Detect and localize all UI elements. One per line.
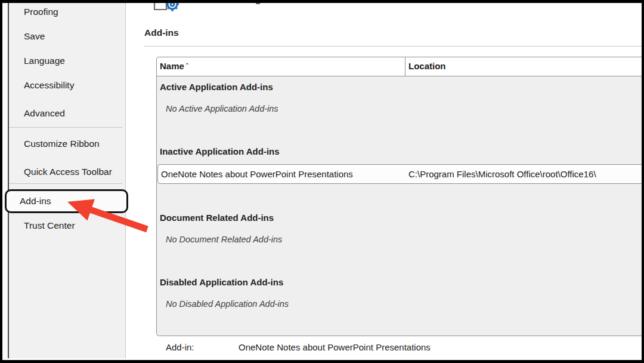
- table-header: Nameˆ Location: [157, 57, 642, 76]
- group-empty-document: No Document Related Add-ins: [166, 235, 282, 244]
- table-row-onenote-addin[interactable]: OneNote Notes about PowerPoint Presentat…: [157, 164, 644, 184]
- sidebar-separator: [9, 183, 122, 184]
- title-divider: [144, 46, 642, 47]
- powerpoint-options-dialog: Proofing Save Language Accessibility Adv…: [0, 0, 644, 363]
- sort-ascending-icon: ˆ: [186, 62, 188, 71]
- frame-top: [0, 0, 644, 3]
- sidebar-item-language[interactable]: Language: [24, 56, 65, 66]
- sidebar-item-proofing[interactable]: Proofing: [24, 7, 58, 17]
- sidebar-item-accessibility[interactable]: Accessibility: [24, 80, 74, 91]
- column-header-location[interactable]: Location: [408, 61, 446, 71]
- dialog-background-sliver: [2, 3, 8, 360]
- group-heading-document: Document Related Add-ins: [160, 213, 274, 223]
- addins-table: Nameˆ Location Active Application Add-in…: [156, 57, 642, 336]
- addin-location: C:\Program Files\Microsoft Office\root\O…: [408, 169, 596, 179]
- group-heading-inactive: Inactive Application Add-ins: [160, 146, 280, 156]
- sidebar-item-trust-center[interactable]: Trust Center: [24, 220, 75, 231]
- sidebar-item-label: Add-ins: [20, 196, 51, 207]
- addins-page: View and manage Microsoft Office Add-ins…: [126, 3, 642, 360]
- group-empty-active: No Active Application Add-ins: [166, 104, 278, 113]
- group-heading-active: Active Application Add-ins: [160, 82, 273, 92]
- page-title: Add-ins: [144, 27, 179, 38]
- column-header-name[interactable]: Nameˆ: [160, 61, 188, 71]
- addin-name: OneNote Notes about PowerPoint Presentat…: [161, 169, 353, 179]
- sidebar-item-customize-ribbon[interactable]: Customize Ribbon: [24, 139, 100, 149]
- group-empty-disabled: No Disabled Application Add-ins: [166, 299, 289, 309]
- frame-bottom: [0, 360, 644, 363]
- sidebar-item-add-ins[interactable]: Add-ins: [5, 189, 128, 213]
- detail-label: Add-in:: [166, 342, 194, 352]
- options-sidebar: Proofing Save Language Accessibility Adv…: [9, 3, 126, 358]
- frame-left: [0, 0, 2, 363]
- group-heading-disabled: Disabled Application Add-ins: [160, 277, 283, 287]
- sidebar-separator: [9, 127, 122, 128]
- clipped-caption-text: View and manage Microsoft Office Add-ins…: [185, 3, 436, 5]
- frame-right: [642, 0, 644, 363]
- sidebar-item-quick-access-toolbar[interactable]: Quick Access Toolbar: [24, 167, 112, 177]
- detail-value: OneNote Notes about PowerPoint Presentat…: [239, 342, 431, 352]
- column-divider[interactable]: [405, 57, 405, 76]
- sidebar-item-save[interactable]: Save: [24, 31, 45, 42]
- sidebar-item-advanced[interactable]: Advanced: [24, 108, 65, 119]
